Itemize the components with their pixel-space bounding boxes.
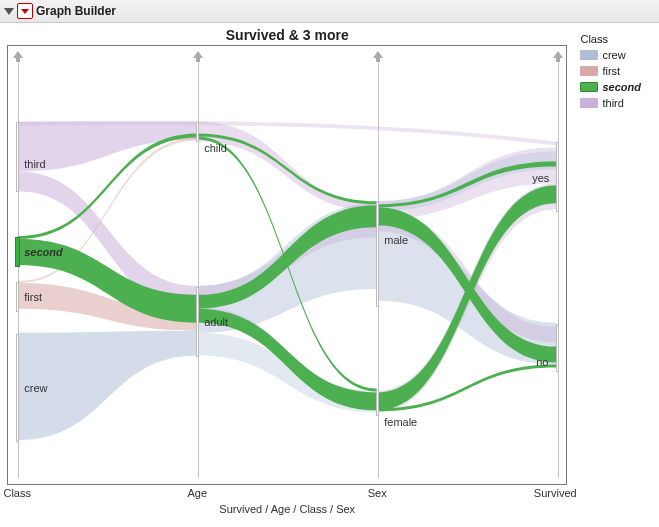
legend-item-third[interactable]: third bbox=[580, 95, 655, 111]
node-class-crew[interactable] bbox=[16, 334, 19, 442]
label-sex-female: female bbox=[384, 416, 417, 428]
legend-label: first bbox=[602, 65, 620, 77]
label-class-third: third bbox=[24, 158, 45, 170]
node-surv-no[interactable] bbox=[556, 324, 559, 372]
label-class-second: second bbox=[24, 246, 63, 258]
label-class-first: first bbox=[24, 291, 42, 303]
chart-title: Survived & 3 more bbox=[226, 27, 349, 43]
disclosure-triangle-icon[interactable] bbox=[4, 8, 14, 15]
legend-label: crew bbox=[602, 49, 625, 61]
stage-axis-survived bbox=[558, 52, 559, 478]
label-age-adult: adult bbox=[204, 316, 228, 328]
node-sex-female[interactable] bbox=[376, 390, 379, 416]
axis-label-class: Class bbox=[3, 487, 31, 499]
label-surv-no: no bbox=[536, 356, 548, 368]
node-age-child[interactable] bbox=[196, 122, 199, 142]
axis-label-sex: Sex bbox=[368, 487, 387, 499]
flow-paths bbox=[18, 52, 556, 478]
titlebar: Graph Builder bbox=[0, 0, 659, 23]
node-class-second[interactable] bbox=[15, 237, 20, 267]
legend: Class crew first second third bbox=[574, 23, 659, 527]
swatch-icon bbox=[580, 98, 598, 108]
parallel-categories-plot[interactable]: crew first second third adult child male… bbox=[7, 45, 567, 485]
chart-subtitle: Survived / Age / Class / Sex bbox=[219, 503, 355, 515]
legend-item-second[interactable]: second bbox=[580, 79, 655, 95]
node-age-adult[interactable] bbox=[196, 287, 199, 357]
node-surv-yes[interactable] bbox=[556, 142, 559, 212]
swatch-icon bbox=[580, 82, 598, 92]
legend-title: Class bbox=[580, 33, 655, 45]
stage-axis-labels: Class Age Sex Survived bbox=[7, 485, 567, 503]
node-class-third[interactable] bbox=[16, 122, 19, 192]
node-class-first[interactable] bbox=[16, 282, 19, 312]
swatch-icon bbox=[580, 50, 598, 60]
label-sex-male: male bbox=[384, 234, 408, 246]
legend-item-first[interactable]: first bbox=[580, 63, 655, 79]
label-age-child: child bbox=[204, 142, 227, 154]
node-sex-male[interactable] bbox=[376, 202, 379, 307]
legend-item-crew[interactable]: crew bbox=[580, 47, 655, 63]
label-class-crew: crew bbox=[24, 382, 47, 394]
axis-label-age: Age bbox=[187, 487, 207, 499]
legend-label: third bbox=[602, 97, 623, 109]
window-title: Graph Builder bbox=[36, 4, 116, 18]
swatch-icon bbox=[580, 66, 598, 76]
hotspot-menu-button[interactable] bbox=[17, 3, 33, 19]
legend-label: second bbox=[602, 81, 641, 93]
axis-label-survived: Survived bbox=[534, 487, 577, 499]
label-surv-yes: yes bbox=[532, 172, 549, 184]
